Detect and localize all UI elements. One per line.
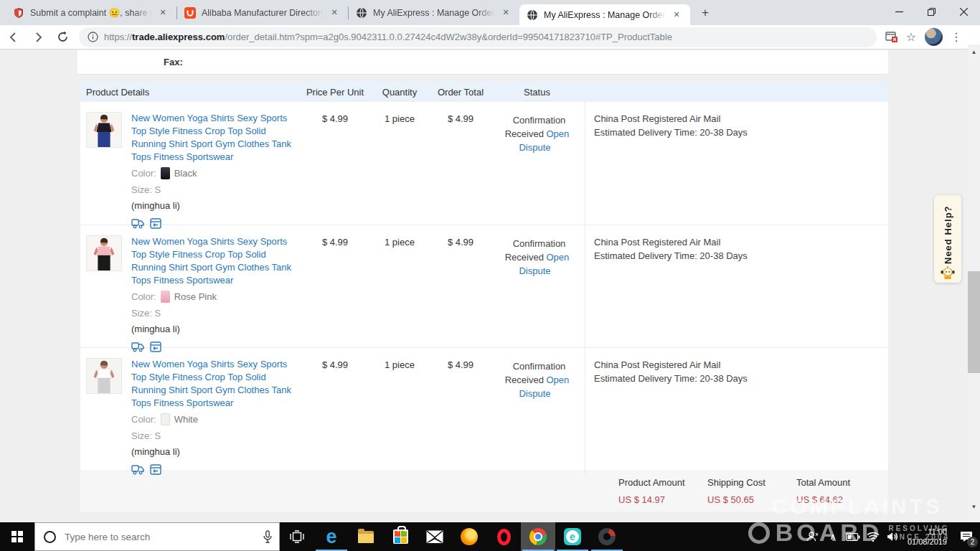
firefox-app-icon[interactable] bbox=[452, 522, 486, 551]
taskbar-clock[interactable]: 11:00 01/08/2019 bbox=[908, 527, 947, 547]
shipping-method: China Post Registered Air Mail bbox=[594, 112, 888, 126]
shipping-truck-icon[interactable] bbox=[131, 464, 144, 475]
chevron-up-icon[interactable]: ∧ bbox=[823, 522, 843, 551]
microphone-icon[interactable] bbox=[263, 530, 272, 543]
bookmark-star-icon[interactable]: ☆ bbox=[901, 27, 921, 47]
fax-row: Fax: bbox=[77, 50, 888, 75]
close-icon[interactable]: ✕ bbox=[156, 6, 169, 19]
window-restore-button[interactable] bbox=[915, 0, 948, 23]
quantity: 1 piece bbox=[367, 102, 432, 229]
scroll-up-icon[interactable]: ▲ bbox=[968, 46, 980, 57]
start-button[interactable] bbox=[0, 522, 34, 551]
color-swatch-white bbox=[161, 413, 170, 425]
product-title-link[interactable]: New Women Yoga Shirts Sexy Sports Top St… bbox=[131, 112, 298, 164]
order-total: $ 4.99 bbox=[432, 102, 489, 229]
cortana-icon bbox=[44, 531, 56, 543]
battery-icon[interactable] bbox=[843, 522, 863, 551]
page-scrollbar[interactable]: ▲ ▼ bbox=[968, 44, 980, 522]
browser-menu-icon[interactable]: ⋮ bbox=[946, 27, 966, 47]
color-value: Rose Pink bbox=[174, 291, 217, 302]
wifi-icon[interactable] bbox=[863, 522, 883, 551]
tab-manage-orders-1[interactable]: My AliExpress : Manage Orders ✕ bbox=[349, 0, 519, 25]
mail-app-icon[interactable] bbox=[418, 522, 452, 551]
col-product-details: Product Details bbox=[80, 87, 303, 98]
order-total: $ 4.99 bbox=[432, 225, 489, 352]
product-title-link[interactable]: New Women Yoga Shirts Sexy Sports Top St… bbox=[131, 235, 298, 287]
forward-icon[interactable] bbox=[27, 27, 49, 47]
people-icon[interactable] bbox=[803, 522, 823, 551]
action-center-button[interactable]: 2 bbox=[953, 522, 980, 551]
close-icon[interactable]: ✕ bbox=[670, 9, 683, 22]
product-title-link[interactable]: New Women Yoga Shirts Sexy Sports Top St… bbox=[131, 358, 298, 410]
size-value: Size: S bbox=[131, 183, 298, 197]
edge-app-icon[interactable]: e bbox=[314, 522, 349, 551]
shipping-info: China Post Registered Air Mail Estimated… bbox=[585, 348, 888, 475]
color-value: Black bbox=[174, 168, 197, 179]
col-quantity: Quantity bbox=[367, 87, 432, 98]
url-protocol: https:// bbox=[104, 32, 132, 42]
tab-title: My AliExpress : Manage Orders bbox=[544, 10, 666, 20]
eset-app-icon[interactable]: e bbox=[555, 522, 590, 551]
close-icon[interactable]: ✕ bbox=[328, 6, 341, 19]
color-label: Color: bbox=[131, 414, 156, 425]
profile-avatar[interactable] bbox=[925, 28, 943, 46]
table-header: Product Details Price Per Unit Quantity … bbox=[80, 82, 888, 102]
tab-title: Submit a complaint 😐, share yo bbox=[30, 7, 152, 18]
taskbar-search-box[interactable] bbox=[34, 522, 280, 551]
new-tab-button[interactable]: + bbox=[696, 4, 715, 22]
clock-date: 01/08/2019 bbox=[908, 537, 947, 547]
window-close-button[interactable] bbox=[948, 0, 980, 23]
scroll-down-icon[interactable]: ▼ bbox=[968, 501, 980, 512]
status-text: Confirmation Received Open Dispute bbox=[505, 238, 570, 276]
table-row: New Women Yoga Shirts Sexy Sports Top St… bbox=[80, 347, 888, 470]
address-bar[interactable]: https://trade.aliexpress.com/order_detai… bbox=[79, 27, 877, 47]
color-swatch-pink bbox=[161, 291, 170, 303]
shipping-info: China Post Registered Air Mail Estimated… bbox=[585, 225, 888, 352]
page-content: Fax: Product Details Price Per Unit Quan… bbox=[0, 50, 968, 522]
window-minimize-button[interactable] bbox=[883, 0, 915, 23]
search-input[interactable] bbox=[65, 532, 244, 542]
need-help-tab[interactable]: Need Help? bbox=[934, 195, 961, 283]
delivery-estimate: Estimated Delivery Time: 20-38 Days bbox=[594, 372, 888, 385]
product-image-white[interactable] bbox=[86, 358, 122, 394]
delivery-estimate: Estimated Delivery Time: 20-38 Days bbox=[594, 249, 888, 263]
browser-toolbar: https://trade.aliexpress.com/order_detai… bbox=[0, 25, 980, 50]
store-app-icon[interactable] bbox=[383, 522, 418, 551]
refresh-icon[interactable] bbox=[52, 27, 73, 47]
fax-label: Fax: bbox=[164, 57, 183, 67]
speaker-icon[interactable] bbox=[883, 522, 903, 551]
product-amount-value: US $ 14.97 bbox=[618, 494, 687, 505]
shipping-cost-label: Shipping Cost bbox=[707, 477, 776, 488]
order-product-table: Product Details Price Per Unit Quantity … bbox=[80, 82, 888, 512]
close-icon[interactable]: ✕ bbox=[499, 6, 512, 19]
opera-app-icon[interactable] bbox=[486, 522, 521, 551]
quantity: 1 piece bbox=[367, 225, 432, 352]
tab-manage-orders-active[interactable]: My AliExpress : Manage Orders ✕ bbox=[519, 4, 690, 25]
shipping-method: China Post Registered Air Mail bbox=[594, 235, 888, 249]
chrome-app-icon[interactable] bbox=[521, 522, 555, 551]
task-view-button[interactable] bbox=[280, 522, 314, 551]
product-image-rose-pink[interactable] bbox=[86, 235, 122, 271]
shipping-method: China Post Registered Air Mail bbox=[594, 358, 888, 372]
table-row: New Women Yoga Shirts Sexy Sports Top St… bbox=[80, 102, 888, 225]
color-label: Color: bbox=[131, 168, 156, 179]
product-image-black[interactable] bbox=[86, 112, 122, 148]
windows-logo-icon bbox=[11, 531, 23, 542]
need-help-label: Need Help? bbox=[943, 202, 953, 264]
info-icon[interactable] bbox=[88, 32, 98, 42]
col-order-total: Order Total bbox=[432, 87, 489, 98]
tab-alibaba-directory[interactable]: Alibaba Manufacturer Directory - ✕ bbox=[177, 0, 348, 25]
return-package-icon[interactable] bbox=[150, 464, 161, 475]
tab-submit-complaint[interactable]: Submit a complaint 😐, share yo ✕ bbox=[6, 0, 176, 25]
status-text: Confirmation Received Open Dispute bbox=[505, 115, 570, 153]
popup-blocked-icon[interactable] bbox=[881, 27, 901, 47]
scrollbar-thumb[interactable] bbox=[968, 271, 980, 373]
shield-icon bbox=[13, 7, 24, 19]
back-icon[interactable] bbox=[3, 27, 24, 47]
aliexpress-icon bbox=[184, 7, 196, 19]
helper-robot-icon bbox=[940, 265, 956, 280]
product-amount-label: Product Amount bbox=[618, 477, 687, 488]
file-explorer-app-icon[interactable] bbox=[349, 522, 383, 551]
price-per-unit: $ 4.99 bbox=[303, 102, 367, 229]
misc-app-icon[interactable] bbox=[590, 522, 624, 551]
